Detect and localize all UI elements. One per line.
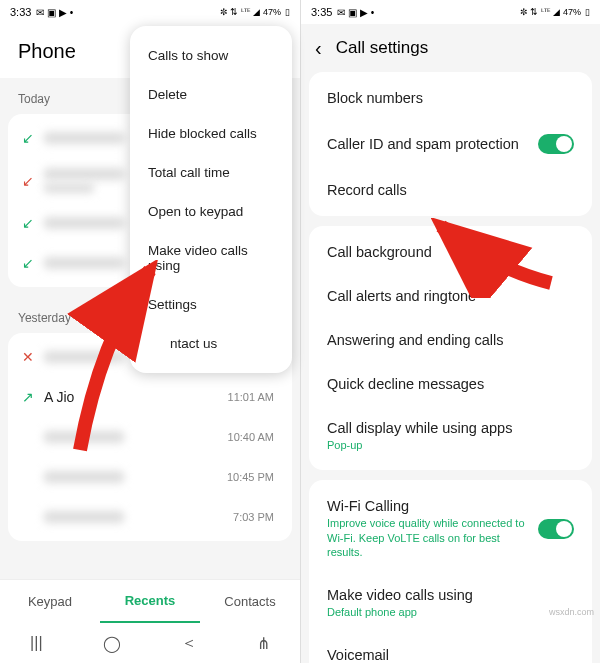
android-nav-bar: ||| ◯ ＜ ⋔	[0, 623, 300, 663]
nav-accessibility-icon[interactable]: ⋔	[257, 634, 270, 653]
status-notif-icons: ✉ ▣ ▶ •	[36, 7, 73, 18]
call-time: 7:03 PM	[233, 511, 278, 523]
tab-recents[interactable]: Recents	[100, 580, 200, 623]
bottom-tabs: Keypad Recents Contacts	[0, 579, 300, 623]
setting-block-numbers[interactable]: Block numbers	[309, 76, 592, 120]
menu-open-keypad[interactable]: Open to keypad	[130, 192, 292, 231]
setting-answering[interactable]: Answering and ending calls	[309, 318, 592, 362]
annotation-arrow-call-background	[431, 218, 561, 298]
incoming-call-icon: ↙	[22, 130, 44, 146]
incoming-call-icon: ↙	[22, 255, 44, 271]
setting-voicemail[interactable]: Voicemail	[309, 633, 592, 663]
watermark: wsxdn.com	[549, 607, 594, 617]
battery-icon: ▯	[585, 7, 590, 17]
call-row[interactable]: 7:03 PM	[8, 497, 292, 537]
caller-name	[44, 168, 124, 180]
menu-total-call-time[interactable]: Total call time	[130, 153, 292, 192]
tab-contacts[interactable]: Contacts	[200, 580, 300, 623]
call-time: 10:40 AM	[228, 431, 278, 443]
incoming-call-icon: ↙	[22, 215, 44, 231]
caller-name	[44, 217, 124, 229]
call-settings-pane: 3:35 ✉ ▣ ▶ • ✼ ⇅ ᴸᵀᴱ ◢ 47% ▯ ‹ Call sett…	[300, 0, 600, 663]
setting-record-calls[interactable]: Record calls	[309, 168, 592, 212]
nav-recents-icon[interactable]: |||	[30, 634, 42, 652]
phone-app-pane: 3:33 ✉ ▣ ▶ • ✼ ⇅ ᴸᵀᴱ ◢ 47% ▯ Phone Today…	[0, 0, 300, 663]
caller-sub	[44, 183, 94, 193]
contact-icon: ✕	[22, 349, 44, 365]
status-bar: 3:35 ✉ ▣ ▶ • ✼ ⇅ ᴸᵀᴱ ◢ 47% ▯	[301, 0, 600, 24]
status-notif-icons: ✉ ▣ ▶ •	[337, 7, 374, 18]
menu-calls-to-show[interactable]: Calls to show	[130, 36, 292, 75]
battery-icon: ▯	[285, 7, 290, 17]
toggle-caller-id[interactable]	[538, 134, 574, 154]
nav-home-icon[interactable]: ◯	[103, 634, 121, 653]
settings-header: ‹ Call settings	[301, 24, 600, 72]
missed-call-icon: ↙	[22, 173, 44, 189]
settings-group-1: Block numbers Caller ID and spam protect…	[309, 72, 592, 216]
setting-call-display[interactable]: Call display while using apps Pop-up	[309, 406, 592, 466]
call-row[interactable]: 10:45 PM	[8, 457, 292, 497]
call-time: 11:01 AM	[228, 391, 278, 403]
menu-hide-blocked[interactable]: Hide blocked calls	[130, 114, 292, 153]
setting-wifi-calling[interactable]: Wi-Fi Calling Improve voice quality whil…	[309, 484, 592, 573]
caller-name	[44, 132, 124, 144]
back-icon[interactable]: ‹	[315, 37, 322, 60]
setting-caller-id[interactable]: Caller ID and spam protection	[309, 120, 592, 168]
outgoing-call-icon: ↗	[22, 389, 44, 405]
status-time: 3:35	[311, 6, 332, 18]
toggle-wifi-calling[interactable]	[538, 519, 574, 539]
nav-back-icon[interactable]: ＜	[181, 633, 197, 654]
status-bar: 3:33 ✉ ▣ ▶ • ✼ ⇅ ᴸᵀᴱ ◢ 47% ▯	[0, 0, 300, 24]
tab-keypad[interactable]: Keypad	[0, 580, 100, 623]
caller-name	[44, 471, 124, 483]
status-time: 3:33	[10, 6, 31, 18]
call-time: 10:45 PM	[227, 471, 278, 483]
status-system-icons: ✼ ⇅ ᴸᵀᴱ ◢ 47%	[220, 7, 281, 17]
menu-delete[interactable]: Delete	[130, 75, 292, 114]
header-title: Call settings	[336, 38, 429, 58]
caller-name	[44, 511, 124, 523]
setting-quick-decline[interactable]: Quick decline messages	[309, 362, 592, 406]
settings-group-3: Wi-Fi Calling Improve voice quality whil…	[309, 480, 592, 663]
status-system-icons: ✼ ⇅ ᴸᵀᴱ ◢ 47%	[520, 7, 581, 17]
setting-video-calls[interactable]: Make video calls using Default phone app	[309, 573, 592, 633]
annotation-arrow-settings	[60, 260, 170, 460]
